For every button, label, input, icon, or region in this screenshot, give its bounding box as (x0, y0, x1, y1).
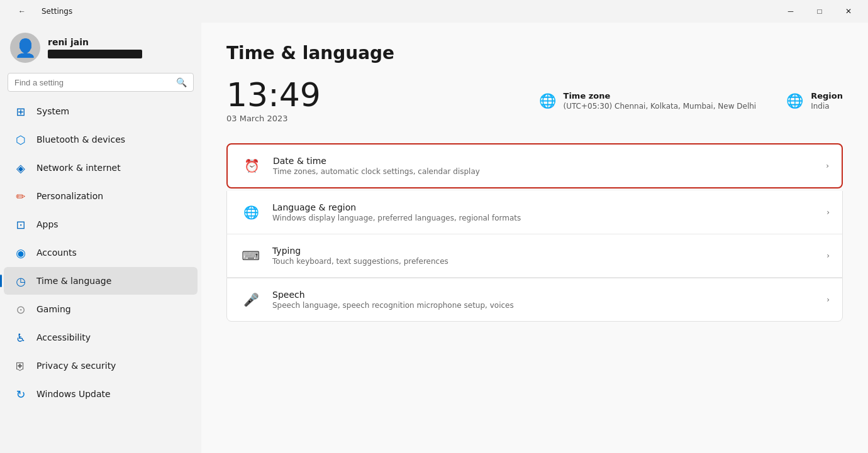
maximize-button[interactable]: □ (805, 1, 834, 21)
nav-icon-privacy: ⛨ (14, 359, 28, 373)
card-subtitle-typing: Touch keyboard, text suggestions, prefer… (272, 257, 826, 266)
main-content: Time & language 13:49 03 March 2023 🌐 Ti… (201, 23, 868, 453)
region-label: Region (811, 91, 843, 101)
sidebar-item-network[interactable]: ◈ Network & internet (4, 154, 198, 182)
sidebar-item-update[interactable]: ↻ Windows Update (4, 380, 198, 408)
settings-card-typing[interactable]: ⌨ Typing Touch keyboard, text suggestion… (226, 234, 843, 278)
card-text-typing: Typing Touch keyboard, text suggestions,… (272, 246, 826, 266)
clock-section: 13:49 03 March 2023 (226, 79, 321, 123)
settings-card-date-time[interactable]: ⏰ Date & time Time zones, automatic cloc… (226, 143, 843, 188)
close-button[interactable]: ✕ (834, 1, 863, 21)
sidebar-item-time[interactable]: ◷ Time & language (4, 267, 198, 295)
clock-date: 03 March 2023 (226, 114, 321, 123)
nav-icon-network: ◈ (14, 161, 28, 175)
card-subtitle-date-time: Time zones, automatic clock settings, ca… (273, 167, 826, 176)
card-text-date-time: Date & time Time zones, automatic clock … (273, 156, 826, 176)
sidebar: 👤 reni jain 🔍 ⊞ System ⬡ Bluetooth & dev… (0, 23, 201, 453)
sidebar-item-gaming[interactable]: ⊙ Gaming (4, 295, 198, 323)
nav-label-gaming: Gaming (36, 304, 71, 314)
nav-label-personalization: Personalization (36, 191, 103, 201)
nav-label-network: Network & internet (36, 163, 121, 173)
timezone-info: Time zone (UTC+05:30) Chennai, Kolkata, … (564, 91, 757, 111)
search-input[interactable] (14, 78, 171, 87)
sidebar-item-apps[interactable]: ⊡ Apps (4, 210, 198, 238)
user-info: reni jain (48, 37, 142, 58)
chevron-icon-language-region: › (826, 208, 830, 217)
search-icon: 🔍 (176, 77, 187, 87)
nav-label-bluetooth: Bluetooth & devices (36, 134, 125, 145)
chevron-icon-speech: › (826, 295, 830, 304)
nav-icon-accounts: ◉ (14, 246, 28, 259)
timezone-icon: 🌐 (539, 93, 556, 109)
sidebar-item-personalization[interactable]: ✏ Personalization (4, 182, 198, 210)
user-email-masked (48, 50, 142, 58)
card-text-language-region: Language & region Windows display langua… (272, 202, 826, 222)
nav-label-apps: Apps (36, 219, 58, 229)
page-title: Time & language (226, 43, 843, 63)
timezone-value: (UTC+05:30) Chennai, Kolkata, Mumbai, Ne… (564, 102, 757, 111)
region-icon: 🌐 (786, 93, 803, 109)
timezone-label: Time zone (564, 91, 757, 101)
chevron-icon-date-time: › (826, 161, 829, 170)
nav-icon-accessibility: ♿ (14, 330, 28, 344)
minimize-button[interactable]: ─ (776, 1, 805, 21)
card-subtitle-speech: Speech language, speech recognition micr… (272, 301, 826, 310)
search-container: 🔍 (0, 70, 201, 97)
user-profile: 👤 reni jain (0, 23, 201, 70)
nav-icon-time: ◷ (14, 274, 28, 288)
nav-icon-personalization: ✏ (14, 189, 28, 203)
nav-icon-bluetooth: ⬡ (14, 133, 28, 146)
card-icon-language-region: 🌐 (240, 201, 262, 224)
nav-label-system: System (36, 106, 69, 116)
region-value: India (811, 102, 843, 111)
timezone-region-section: 🌐 Time zone (UTC+05:30) Chennai, Kolkata… (539, 91, 843, 111)
person-icon: 👤 (14, 38, 36, 58)
settings-card-speech[interactable]: 🎤 Speech Speech language, speech recogni… (226, 278, 843, 322)
region-info: Region India (811, 91, 843, 111)
titlebar-controls: ─ □ ✕ (776, 1, 863, 21)
sidebar-nav: ⊞ System ⬡ Bluetooth & devices ◈ Network… (0, 97, 201, 408)
timezone-item: 🌐 Time zone (UTC+05:30) Chennai, Kolkata… (539, 91, 757, 111)
user-name: reni jain (48, 37, 142, 47)
card-title-language-region: Language & region (272, 202, 826, 212)
nav-icon-apps: ⊡ (14, 217, 28, 231)
nav-icon-gaming: ⊙ (14, 302, 28, 316)
card-title-date-time: Date & time (273, 156, 826, 166)
sidebar-item-privacy[interactable]: ⛨ Privacy & security (4, 352, 198, 379)
card-icon-speech: 🎤 (240, 288, 262, 311)
nav-label-time: Time & language (36, 276, 111, 286)
titlebar-left: ← Settings (8, 1, 72, 21)
card-text-speech: Speech Speech language, speech recogniti… (272, 290, 826, 310)
settings-card-language-region[interactable]: 🌐 Language & region Windows display lang… (226, 191, 843, 234)
nav-icon-system: ⊞ (14, 104, 28, 118)
app-body: 👤 reni jain 🔍 ⊞ System ⬡ Bluetooth & dev… (0, 23, 868, 453)
titlebar-title: Settings (42, 7, 72, 16)
card-title-typing: Typing (272, 246, 826, 256)
clock-time: 13:49 (226, 79, 321, 111)
sidebar-item-accessibility[interactable]: ♿ Accessibility (4, 324, 198, 351)
card-icon-typing: ⌨ (240, 244, 262, 267)
search-box[interactable]: 🔍 (8, 73, 194, 92)
nav-label-accessibility: Accessibility (36, 332, 91, 342)
nav-icon-update: ↻ (14, 387, 28, 401)
settings-list: ⏰ Date & time Time zones, automatic cloc… (226, 143, 843, 322)
sidebar-item-bluetooth[interactable]: ⬡ Bluetooth & devices (4, 126, 198, 153)
back-button[interactable]: ← (8, 1, 36, 21)
sidebar-item-system[interactable]: ⊞ System (4, 97, 198, 125)
card-icon-date-time: ⏰ (240, 155, 263, 177)
nav-label-update: Windows Update (36, 389, 111, 399)
titlebar: ← Settings ─ □ ✕ (0, 0, 868, 23)
nav-label-accounts: Accounts (36, 248, 77, 258)
header-row: 13:49 03 March 2023 🌐 Time zone (UTC+05:… (226, 79, 843, 123)
card-title-speech: Speech (272, 290, 826, 300)
avatar: 👤 (10, 33, 40, 63)
sidebar-item-accounts[interactable]: ◉ Accounts (4, 239, 198, 266)
nav-label-privacy: Privacy & security (36, 361, 116, 371)
chevron-icon-typing: › (826, 251, 830, 260)
region-item: 🌐 Region India (786, 91, 843, 111)
card-subtitle-language-region: Windows display language, preferred lang… (272, 214, 826, 222)
